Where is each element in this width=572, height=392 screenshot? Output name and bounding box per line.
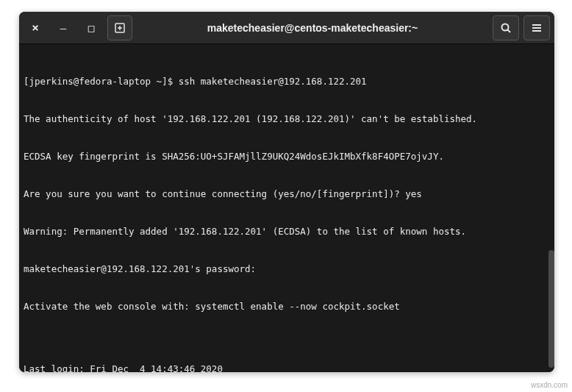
terminal-body[interactable]: [jperkins@fedora-laptop ~]$ ssh maketech… [19,44,554,372]
watermark: wsxdn.com [531,381,568,389]
hamburger-icon [531,22,543,34]
close-button[interactable]: × [24,16,47,40]
window-title: maketecheasier@centos-maketecheasier:~ [137,22,488,34]
titlebar-right [493,15,550,40]
terminal-line: Last login: Fri Dec 4 14:43:46 2020 [24,363,550,372]
new-tab-icon [114,22,126,34]
terminal-line: maketecheasier@192.168.122.201's passwor… [24,263,550,275]
search-button[interactable] [493,15,519,40]
maximize-button[interactable]: □ [79,16,103,40]
terminal-line: [jperkins@fedora-laptop ~]$ ssh maketech… [24,75,550,88]
terminal-line: Activate the web console with: systemctl… [24,300,550,313]
terminal-line: Warning: Permanently added '192.168.122.… [24,225,550,238]
terminal-line: ECDSA key fingerprint is SHA256:UO+SJFAM… [24,150,550,163]
terminal-line: The authenticity of host '192.168.122.20… [24,113,550,125]
terminal-window: × – □ maketecheasier@centos-maketecheasi… [19,12,554,372]
terminal-line: Are you sure you want to continue connec… [24,188,550,200]
minimize-button[interactable]: – [51,16,75,40]
menu-button[interactable] [523,15,550,40]
new-tab-button[interactable] [107,15,132,40]
scrollbar-thumb[interactable] [548,250,554,368]
search-icon [500,22,512,34]
titlebar: × – □ maketecheasier@centos-maketecheasi… [19,12,554,44]
svg-line-4 [508,29,511,32]
svg-point-3 [502,24,509,30]
